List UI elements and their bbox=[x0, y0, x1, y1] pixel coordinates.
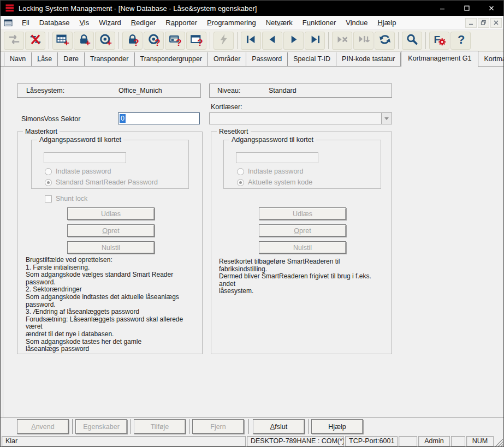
minimize-button[interactable] bbox=[430, 1, 454, 16]
filter-settings-button[interactable]: F bbox=[429, 32, 449, 50]
f-gear-icon: F bbox=[433, 33, 446, 49]
new-transponder-button[interactable]: + bbox=[95, 32, 115, 50]
maximize-icon bbox=[463, 4, 471, 12]
next-record-button[interactable] bbox=[283, 32, 304, 50]
last-record-button[interactable] bbox=[305, 32, 325, 50]
mastercard-password-radio-label: Indtaste password bbox=[56, 168, 111, 175]
nav-last-icon bbox=[309, 33, 322, 49]
tilf-je-button[interactable]: Tilføje bbox=[134, 419, 186, 434]
new-locking-system-button[interactable]: + bbox=[52, 32, 73, 50]
resetcard-password-option: Indtaste password bbox=[237, 166, 312, 177]
card-reader-select[interactable] bbox=[209, 112, 392, 124]
read-smartcard-button[interactable]: ? bbox=[165, 32, 185, 50]
refresh-button[interactable] bbox=[375, 32, 395, 50]
toolbar-separator bbox=[210, 32, 210, 49]
tab-transponder[interactable]: Transponder bbox=[85, 52, 134, 66]
new-lock-button[interactable]: + bbox=[74, 32, 94, 50]
prev-record-button[interactable] bbox=[262, 32, 282, 50]
shunt-lock-label: Shunt lock bbox=[56, 195, 87, 202]
menu-hj-lp[interactable]: Hjælp bbox=[372, 16, 401, 29]
nav-first-icon bbox=[245, 33, 258, 49]
resetcard-nulstil-button[interactable]: Nulstil bbox=[259, 241, 346, 254]
tab-l-se[interactable]: Låse bbox=[32, 52, 58, 66]
menu-fil[interactable]: Fil bbox=[17, 16, 34, 29]
resetcard-password-radio-1[interactable] bbox=[237, 179, 244, 186]
mastercard-password-radio-1[interactable] bbox=[45, 179, 52, 186]
footer-separator bbox=[308, 419, 309, 434]
minimize-icon bbox=[438, 4, 446, 12]
menu-vindue[interactable]: Vindue bbox=[341, 16, 372, 29]
tab-navn[interactable]: Navn bbox=[4, 52, 32, 66]
menu-programmering[interactable]: Programmering bbox=[202, 16, 261, 29]
tab-pin-kode-tastatur[interactable]: PIN-kode tastatur bbox=[336, 52, 401, 66]
read-lock-button[interactable]: ? bbox=[122, 32, 143, 50]
shunt-lock-checkbox[interactable] bbox=[45, 195, 52, 202]
resetcard-opret-button[interactable]: Opret bbox=[259, 224, 346, 237]
status-ready: Klar bbox=[2, 436, 246, 446]
mastercard-password-group: Adgangspassword til kortet Indtaste pass… bbox=[31, 140, 189, 189]
window-title: Locking System Management - [New Databas… bbox=[19, 4, 257, 13]
magnifier-icon bbox=[406, 33, 419, 49]
level-label: Niveau: bbox=[210, 87, 240, 94]
cancel-record-button[interactable] bbox=[332, 32, 352, 50]
resetcard-password-input[interactable] bbox=[236, 152, 318, 163]
nav-down-icon bbox=[357, 33, 370, 49]
mastercard-opret-button[interactable]: Opret bbox=[67, 224, 155, 237]
mdi-close-button[interactable] bbox=[490, 18, 502, 28]
maximize-button[interactable] bbox=[454, 1, 479, 16]
help-button[interactable]: ? bbox=[450, 32, 471, 50]
anvend-button[interactable]: Anvend bbox=[17, 419, 69, 434]
lock-plus-icon: + bbox=[78, 33, 91, 49]
resetcard-password-radio-0[interactable] bbox=[237, 168, 244, 175]
mastercard-password-radio-0[interactable] bbox=[45, 168, 52, 175]
sector-input[interactable]: 0 bbox=[118, 112, 200, 124]
tab-transpondergrupper[interactable]: Transpondergrupper bbox=[135, 52, 209, 66]
mdi-minimize-button[interactable] bbox=[465, 18, 477, 28]
disconnect-button[interactable] bbox=[25, 32, 45, 50]
window-question-icon: ? bbox=[190, 33, 203, 49]
mastercard-nulstil-button[interactable]: Nulstil bbox=[67, 241, 155, 254]
afslut-button[interactable]: Afslut bbox=[253, 419, 305, 434]
transponder-plus-icon: + bbox=[99, 33, 112, 49]
card-question-icon: ? bbox=[169, 33, 182, 49]
menu-rapporter[interactable]: Rapporter bbox=[161, 16, 202, 29]
tab-kortmanagement-g1[interactable]: Kortmanagement G1 bbox=[401, 51, 478, 67]
menu-vis[interactable]: Vis bbox=[74, 16, 94, 29]
program-button[interactable] bbox=[214, 32, 234, 50]
menu-rediger[interactable]: Rediger bbox=[126, 16, 161, 29]
search-button[interactable] bbox=[402, 32, 422, 50]
menu-funktioner[interactable]: Funktioner bbox=[298, 16, 341, 29]
close-button[interactable] bbox=[479, 1, 503, 16]
resize-grip[interactable] bbox=[495, 436, 503, 446]
transponder-question-icon: ? bbox=[147, 33, 161, 49]
commit-record-button[interactable] bbox=[353, 32, 373, 50]
mdi-restore-button[interactable] bbox=[478, 18, 489, 28]
resetcard-password-radio-label: Indtaste password bbox=[248, 168, 303, 175]
mastercard-password-group-title: Adgangspassword til kortet bbox=[37, 136, 123, 144]
tab-special-t-id[interactable]: Special T-ID bbox=[288, 52, 336, 66]
tab-omr-der[interactable]: Områder bbox=[208, 52, 246, 66]
resetcard-description: Resetkortet tilbageføre SmartReaderen ti… bbox=[219, 258, 387, 295]
card-management-panel: Låsesystem: Office_Munich Niveau: Standa… bbox=[1, 67, 503, 417]
egenskaber-button[interactable]: Egenskaber bbox=[75, 419, 127, 434]
read-transponder-button[interactable]: ? bbox=[144, 32, 164, 50]
menu-wizard[interactable]: Wizard bbox=[94, 16, 126, 29]
sector-label: SimonsVoss Sektor bbox=[21, 115, 80, 123]
menu-database[interactable]: Database bbox=[34, 16, 75, 29]
mastercard-udl-s-button[interactable]: Udlæs bbox=[67, 207, 155, 220]
menu-netv-rk[interactable]: Netværk bbox=[261, 16, 298, 29]
read-window-button[interactable]: ? bbox=[186, 32, 206, 50]
resetcard-group-title: Resetkort bbox=[217, 128, 251, 135]
tab-kortmanagement-g2[interactable]: Kortmanagement G2 bbox=[478, 52, 504, 66]
hj-lp-button[interactable]: Hjælp bbox=[311, 419, 363, 434]
connect-button[interactable] bbox=[4, 32, 24, 50]
mastercard-password-input[interactable] bbox=[44, 152, 126, 163]
lock-question-icon: ? bbox=[126, 33, 139, 49]
fjern-button[interactable]: Fjern bbox=[192, 419, 244, 434]
tab-password[interactable]: Password bbox=[246, 52, 288, 66]
tab-d-re[interactable]: Døre bbox=[58, 52, 85, 66]
first-record-button[interactable] bbox=[241, 32, 261, 50]
resetcard-udl-s-button[interactable]: Udlæs bbox=[259, 207, 346, 220]
toolbar-separator bbox=[425, 32, 426, 49]
svg-text:+: + bbox=[106, 37, 112, 46]
